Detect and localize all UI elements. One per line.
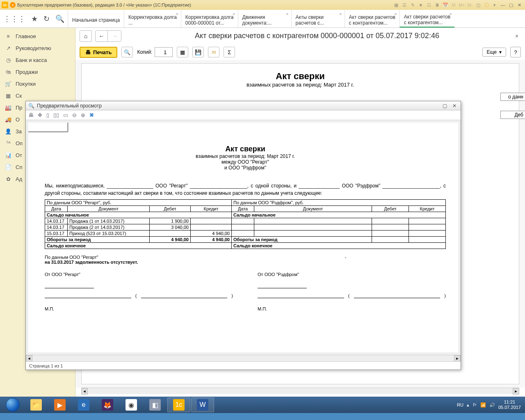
sidebar-item[interactable]: 🛍Продажи bbox=[0, 66, 75, 78]
doc-icon: 📄 bbox=[5, 164, 11, 170]
tab-item[interactable]: ×Движениядокумента:... bbox=[238, 10, 291, 27]
taskbar: 📁 ▶ e 🦊 ◉ ◧ 1c W RU ▴ 🏳 📶 🔊 11:2105.07.2… bbox=[0, 397, 525, 413]
move-icon[interactable]: ✥ bbox=[38, 112, 42, 118]
tb-button[interactable]: ▦ bbox=[177, 47, 188, 57]
tb-icon[interactable]: ☰ bbox=[401, 2, 408, 8]
taskbar-1c[interactable]: 1c bbox=[167, 397, 190, 412]
taskbar-word[interactable]: W bbox=[191, 397, 214, 412]
more-button[interactable]: Еще▾ bbox=[482, 48, 506, 57]
clock[interactable]: 11:2105.07.2017 bbox=[498, 399, 521, 410]
app-logo-icon: 1c bbox=[2, 2, 8, 8]
dropdown-icon[interactable]: ▾ bbox=[10, 2, 16, 8]
gear-icon: ✿ bbox=[5, 176, 11, 182]
tab-item[interactable]: ×Корректировка долга... bbox=[124, 10, 181, 27]
taskbar-wmp[interactable]: ▶ bbox=[48, 397, 71, 412]
close-icon[interactable]: × bbox=[233, 11, 235, 16]
titlebar: 1c ▾ Бухгалтерия предприятия (базовая), … bbox=[0, 0, 525, 10]
cart-icon: 🛒 bbox=[5, 81, 11, 87]
maximize-button[interactable]: ▢ bbox=[441, 103, 448, 109]
preview-button[interactable]: 🔍 bbox=[121, 47, 133, 57]
ops-icon: ᵀᴬ bbox=[5, 140, 11, 146]
close-button[interactable]: ✕ bbox=[451, 103, 458, 109]
tb-icon[interactable]: ▦ bbox=[393, 2, 399, 8]
sum-button[interactable]: Σ bbox=[224, 47, 235, 57]
start-button[interactable] bbox=[2, 397, 24, 412]
minimize-button[interactable]: — bbox=[499, 2, 507, 8]
tb-icon[interactable]: M- bbox=[467, 2, 473, 8]
print-button[interactable]: 🖶Печать bbox=[80, 47, 117, 58]
home-button[interactable]: ⌂ bbox=[80, 30, 92, 42]
taskbar-chrome[interactable]: ◉ bbox=[120, 397, 143, 412]
sidebar-item[interactable]: ▦Ск bbox=[0, 90, 75, 102]
tb-icon[interactable]: ★ bbox=[418, 2, 424, 8]
page-title: Акт сверки расчетов с контрагентом 0000-… bbox=[125, 32, 509, 40]
preview-window: 🔍 Предварительный просмотр ▢ ✕ 🖶 ✥ ▯ ▯▯ … bbox=[25, 101, 461, 370]
preview-icon: 🔍 bbox=[28, 103, 34, 109]
taskbar-ie[interactable]: e bbox=[72, 397, 95, 412]
tb-icon[interactable]: M+ bbox=[459, 2, 465, 8]
preview-toolbar: 🖶 ✥ ▯ ▯▯ ▭ ⊖ ⊕ ✖ bbox=[26, 110, 461, 120]
taskbar-firefox[interactable]: 🦊 bbox=[96, 397, 119, 412]
back-button[interactable]: ← bbox=[96, 31, 108, 41]
tab-active[interactable]: ×Акт сверки расчетовс контрагентом... bbox=[399, 10, 454, 27]
star-icon[interactable]: ★ bbox=[31, 14, 38, 23]
clipboard-icon[interactable]: ↻ bbox=[43, 14, 50, 23]
print-icon[interactable]: 🖶 bbox=[28, 112, 34, 118]
close-doc-button[interactable]: × bbox=[513, 33, 521, 39]
page1-icon[interactable]: ▯ bbox=[46, 112, 49, 118]
sidebar-item[interactable]: ↗Руководителю bbox=[0, 42, 75, 54]
app-toolbar: ⋮⋮⋮ ★ ↻ 🔍 Начальная страница ×Корректиро… bbox=[0, 10, 525, 28]
zoomout-icon[interactable]: ⊖ bbox=[72, 112, 77, 118]
taskbar-app[interactable]: ◧ bbox=[144, 397, 167, 412]
hscrollbar[interactable]: ◄► bbox=[81, 388, 519, 394]
tb-icon[interactable]: ☷ bbox=[426, 2, 432, 8]
printer-icon: 🖶 bbox=[85, 49, 91, 55]
dropdown-icon[interactable]: ▾ bbox=[491, 2, 498, 8]
network-icon[interactable]: 📶 bbox=[480, 402, 486, 408]
tab-home[interactable]: Начальная страница bbox=[68, 10, 124, 27]
tb-icon[interactable]: M bbox=[450, 2, 457, 8]
volume-icon[interactable]: 🔊 bbox=[489, 402, 495, 408]
close-icon[interactable]: × bbox=[286, 11, 288, 16]
sidebar-item[interactable]: 🛒Покупки bbox=[0, 78, 75, 90]
tray-icon[interactable]: ▴ bbox=[467, 402, 469, 408]
fit-icon[interactable]: ▭ bbox=[63, 112, 68, 118]
sidebar-item[interactable]: ≡Главное bbox=[0, 30, 75, 42]
search-icon[interactable]: 🔍 bbox=[55, 14, 64, 23]
copies-label: Копий: bbox=[137, 49, 152, 55]
close-preview-icon[interactable]: ✖ bbox=[89, 112, 94, 118]
zoomin-icon[interactable]: ⊕ bbox=[81, 112, 85, 118]
preview-hscroll[interactable]: ◄► bbox=[26, 355, 461, 361]
flag-icon[interactable]: 🏳 bbox=[472, 402, 477, 407]
apps-icon[interactable]: ⋮⋮⋮ bbox=[3, 14, 25, 23]
person-icon: 👤 bbox=[5, 128, 11, 135]
tb-icon[interactable]: 🖩 bbox=[434, 2, 441, 8]
help-button[interactable]: ? bbox=[510, 47, 521, 57]
tab-item[interactable]: ×Акт сверки расчетовс контрагентом... bbox=[345, 10, 399, 27]
tb-icon[interactable]: ◫ bbox=[475, 2, 482, 8]
peek: о данн Деб bbox=[500, 83, 525, 119]
close-button[interactable]: ✕ bbox=[516, 2, 523, 8]
truck-icon: 🚚 bbox=[5, 116, 11, 123]
report-icon: 📊 bbox=[5, 152, 11, 158]
page2-icon[interactable]: ▯▯ bbox=[53, 112, 59, 118]
close-icon[interactable]: × bbox=[339, 11, 342, 16]
preview-status: Страница 1 из 1 bbox=[26, 361, 461, 370]
mail-button[interactable]: ✉ bbox=[208, 47, 219, 57]
tb-icon[interactable]: ✎ bbox=[409, 2, 416, 8]
info-icon[interactable]: ⓘ bbox=[483, 2, 490, 8]
close-icon[interactable]: × bbox=[450, 11, 452, 16]
tab-item[interactable]: ×Акты сверкирасчетов с... bbox=[291, 10, 345, 27]
tab-item[interactable]: ×Корректировка долга0000-000001 от... bbox=[181, 10, 238, 27]
copies-input[interactable] bbox=[155, 47, 173, 57]
tb-icon[interactable]: 📅 bbox=[442, 2, 449, 8]
taskbar-explorer[interactable]: 📁 bbox=[25, 397, 48, 412]
forward-button[interactable]: → bbox=[109, 31, 121, 41]
sidebar-item[interactable]: ◷Банк и касса bbox=[0, 54, 75, 66]
close-icon[interactable]: × bbox=[394, 11, 397, 16]
close-icon[interactable]: × bbox=[176, 11, 178, 16]
lang-indicator[interactable]: RU bbox=[457, 402, 463, 407]
save-button[interactable]: 💾 bbox=[192, 47, 204, 57]
menu-icon: ≡ bbox=[5, 33, 11, 39]
maximize-button[interactable]: ▢ bbox=[507, 2, 515, 8]
